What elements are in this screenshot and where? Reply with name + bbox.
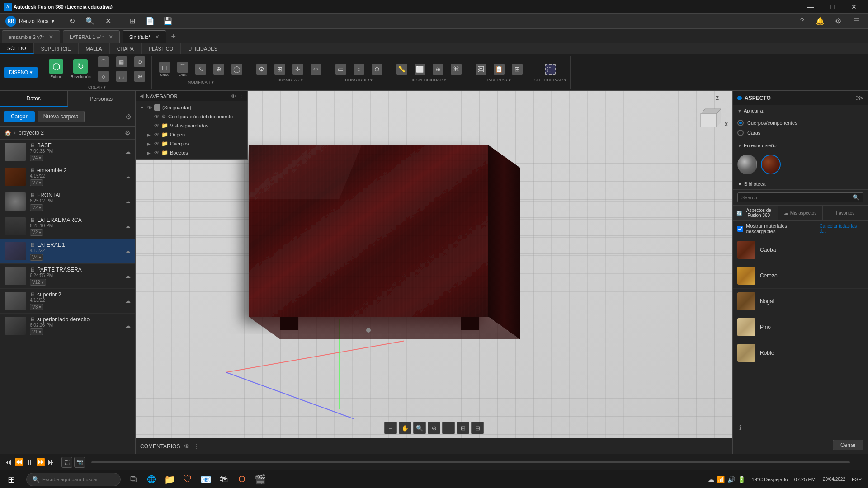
file-item[interactable]: 🖥 LATERAL MARCA 6:25:10 PM V2 ▾ ☁	[0, 214, 135, 239]
question-icon[interactable]: ?	[796, 15, 808, 28]
project-name[interactable]: proyecto 2	[19, 130, 44, 136]
file-icon[interactable]: 📄	[144, 15, 156, 28]
edge-icon[interactable]: 🌐	[142, 470, 160, 488]
btn-prev[interactable]: ⏪	[14, 458, 24, 466]
btn-seleccionar[interactable]: ⬚	[542, 62, 558, 76]
navigator-eye-icon[interactable]: 👁	[231, 94, 236, 99]
btn-calcado[interactable]: 📋	[491, 62, 507, 76]
btn-vaciado[interactable]: ◯	[229, 62, 245, 76]
btn-barrido[interactable]: ⌒	[95, 55, 112, 69]
pan-icon[interactable]: ✋	[399, 422, 411, 434]
display-icon[interactable]: ⊟	[471, 422, 484, 434]
nav-cuerpos-eye[interactable]: 👁	[154, 141, 160, 147]
material-nogal[interactable]: Nogal	[733, 289, 868, 314]
btn-revolucion[interactable]: ↻ Revolución	[68, 57, 94, 81]
btn-chaflan[interactable]: ◻ Chaf.	[156, 61, 173, 78]
ribbon-tab-malla[interactable]: MALLA	[79, 43, 110, 54]
tray-volume-icon[interactable]: 🔊	[727, 476, 735, 483]
radio-bodies[interactable]: Cuerpos/componentes	[737, 120, 863, 126]
search-input[interactable]	[741, 195, 851, 200]
btn-escala[interactable]: ⤡	[193, 62, 209, 76]
nav-root-more[interactable]: ⋮	[238, 104, 244, 111]
tab-add-button[interactable]: +	[167, 30, 180, 43]
media-icon[interactable]: 🎬	[251, 470, 269, 488]
grid-icon[interactable]: ⊞	[126, 15, 138, 28]
notification-icon[interactable]: 🔔	[814, 15, 826, 28]
defender-icon[interactable]: 🛡	[179, 470, 197, 488]
lib-tab-mis[interactable]: ☁ Mis aspectos	[778, 206, 823, 220]
btn-zebra[interactable]: ≋	[430, 62, 446, 76]
user-info[interactable]: RR Renzo Roca ▾	[5, 16, 54, 27]
tab-lateral[interactable]: LATERAL 1 v4* ✕	[63, 30, 120, 43]
btn-mcmaster[interactable]: ⊞	[509, 62, 525, 76]
playback-timeline[interactable]	[91, 461, 850, 463]
info-icon[interactable]: ℹ	[737, 422, 743, 433]
camera-icon[interactable]: 📷	[74, 457, 85, 468]
btn-medir[interactable]: 📏	[394, 62, 410, 76]
btn-punto[interactable]: ⊕	[132, 70, 148, 83]
tab-lateral-close[interactable]: ✕	[108, 34, 113, 40]
tray-network-icon[interactable]: 📶	[717, 476, 725, 483]
home-icon[interactable]: 🏠	[5, 130, 11, 136]
orbit-icon[interactable]: →	[384, 422, 397, 434]
nav-config-eye[interactable]: 👁	[154, 113, 160, 120]
close-panel-button[interactable]: Cerrar	[833, 440, 863, 450]
nav-vistas-eye[interactable]: 👁	[154, 122, 160, 129]
btn-cuerpo[interactable]: ⬚	[113, 70, 130, 83]
ribbon-tab-utilidades[interactable]: UTILIDADES	[181, 43, 225, 54]
maximize-button[interactable]: □	[822, 0, 843, 14]
nav-root[interactable]: ▼ 👁 (Sin guardar) ⋮	[136, 103, 247, 112]
fullscreen-icon[interactable]: ⛶	[856, 458, 863, 466]
store-icon[interactable]: 🛍	[215, 470, 233, 488]
nav-cuerpos[interactable]: ▶ 👁 📁 Cuerpos	[136, 139, 247, 148]
btn-insertar-img[interactable]: 🖼	[473, 62, 489, 76]
nav-root-eye[interactable]: 👁	[147, 104, 152, 111]
file-item[interactable]: 🖥 BASE 7:09:33 PM V4 ▾ ☁	[0, 140, 135, 164]
btn-play[interactable]: ⏸	[26, 458, 33, 466]
ribbon-tab-superficie[interactable]: SUPERFICIE	[34, 43, 79, 54]
en-este-disenio-header[interactable]: ▼ En este diseño	[733, 140, 868, 151]
navigator-more-icon[interactable]: ⋮	[239, 93, 244, 99]
nav-config[interactable]: ▶ 👁 ⚙ Configuración del documento	[136, 112, 247, 121]
grid-mode-icon[interactable]: ⊞	[457, 422, 469, 434]
material-cerezo[interactable]: Cerezo	[733, 263, 868, 289]
material-caoba[interactable]: Caoba	[733, 237, 868, 263]
refresh-icon[interactable]: ↻	[66, 15, 78, 28]
minimize-button[interactable]: —	[800, 0, 821, 14]
comments-toggle[interactable]: ⋮	[193, 443, 199, 450]
file-item[interactable]: 🖥 superior lado derecho 6:02:26 PM V1 ▾ …	[0, 314, 135, 338]
nav-origen-eye[interactable]: 👁	[154, 131, 160, 138]
project-settings-icon[interactable]: ⚙	[125, 129, 131, 136]
btn-curvatura[interactable]: ⌘	[448, 62, 464, 76]
tray-battery-icon[interactable]: 🔋	[738, 476, 745, 483]
new-folder-button[interactable]: Nueva carpeta	[38, 111, 85, 122]
lib-tab-fusion[interactable]: 🔄 Aspectos de Fusion 360	[733, 206, 778, 220]
tab-sintitulo[interactable]: Sin título* ✕	[123, 30, 166, 43]
cancel-download-link[interactable]: Cancelar todas las d...	[819, 224, 863, 234]
zoom-icon[interactable]: 🔍	[413, 422, 426, 434]
tab-emsamble-close[interactable]: ✕	[49, 34, 53, 40]
btn-punto2[interactable]: ⊙	[369, 62, 385, 76]
sidebar-settings-icon[interactable]: ⚙	[125, 113, 132, 121]
btn-eje[interactable]: ↕	[351, 62, 367, 76]
taskbar-search-input[interactable]	[42, 477, 115, 482]
tray-cloud-icon[interactable]: ☁	[708, 476, 714, 483]
comments-eye-icon[interactable]: 👁	[184, 443, 190, 450]
btn-componente[interactable]: ⊙	[132, 55, 148, 69]
btn-seccion[interactable]: ⬜	[412, 62, 428, 76]
file-item-lateral1[interactable]: 🖥 LATERAL 1 4/13/22 V4 ▾ ☁	[0, 239, 135, 264]
btn-alinear[interactable]: ⇔	[308, 62, 324, 76]
file-item[interactable]: 🖥 FRONTAL 6:25:02 PM V2 ▾ ☁	[0, 189, 135, 214]
btn-plano[interactable]: ▦	[113, 55, 130, 69]
frame-icon[interactable]: ⬚	[61, 457, 72, 468]
btn-ensamblar[interactable]: ⊞	[272, 62, 288, 76]
radio-faces[interactable]: Caras	[737, 130, 863, 136]
tab-sintitulo-close[interactable]: ✕	[155, 34, 160, 40]
material-roble[interactable]: Roble	[733, 340, 868, 366]
settings-icon[interactable]: ⚙	[832, 15, 844, 28]
nav-origen[interactable]: ▶ 👁 📁 Origen	[136, 130, 247, 139]
aplicar-a-header[interactable]: ▼ Aplicar a:	[733, 105, 868, 116]
downloadable-checkbox[interactable]	[737, 226, 743, 232]
viewcube[interactable]: Z X	[692, 95, 728, 131]
taskview-icon[interactable]: ⧉	[124, 470, 142, 488]
